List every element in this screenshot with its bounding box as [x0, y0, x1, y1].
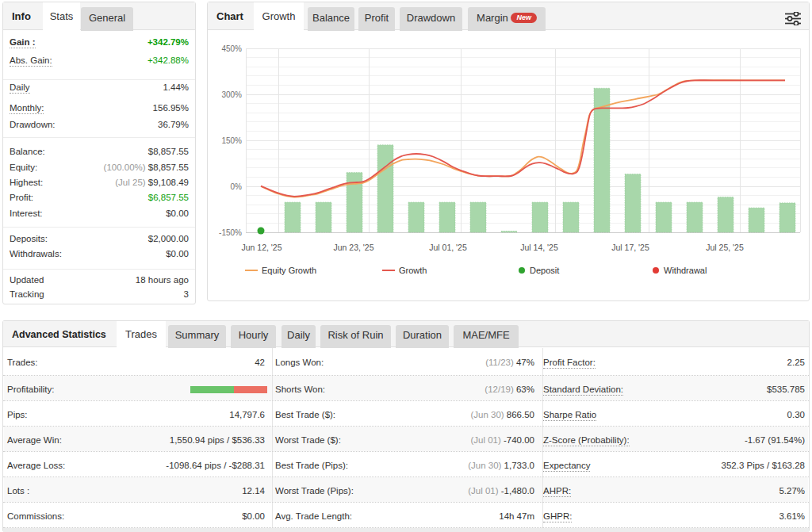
- svg-text:300%: 300%: [221, 90, 242, 99]
- svg-text:0%: 0%: [231, 182, 243, 191]
- svg-text:Jun 12, '25: Jun 12, '25: [241, 243, 282, 252]
- svg-text:Growth: Growth: [399, 266, 427, 275]
- svg-text:Deposit: Deposit: [530, 266, 559, 275]
- svg-text:150%: 150%: [221, 136, 242, 145]
- svg-text:Jul 01, '25: Jul 01, '25: [429, 243, 467, 252]
- svg-text:Jun 23, '25: Jun 23, '25: [333, 243, 373, 252]
- svg-text:Withdrawal: Withdrawal: [664, 266, 707, 275]
- svg-text:450%: 450%: [221, 44, 242, 53]
- svg-text:Jul 25, '25: Jul 25, '25: [706, 243, 744, 252]
- svg-text:Jul 14, '25: Jul 14, '25: [520, 243, 558, 252]
- svg-text:-150%: -150%: [219, 228, 242, 237]
- svg-text:Jul 17, '25: Jul 17, '25: [611, 243, 649, 252]
- svg-text:Equity Growth: Equity Growth: [262, 266, 316, 275]
